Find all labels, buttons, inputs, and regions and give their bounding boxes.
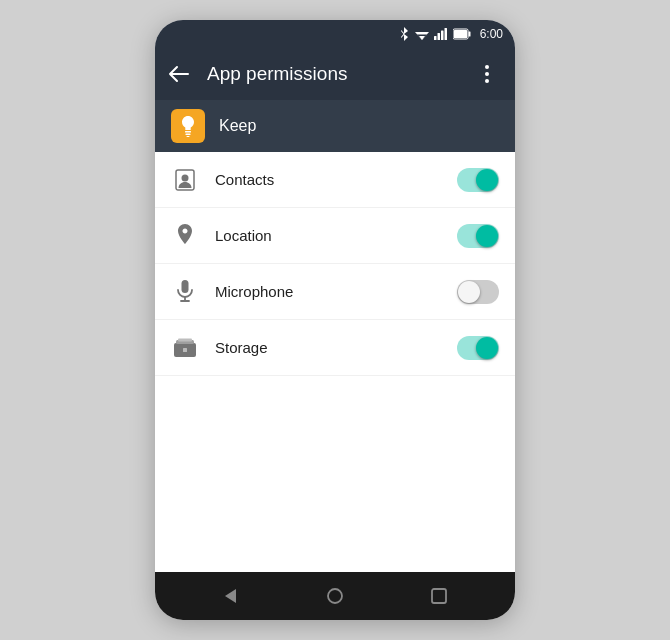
- svg-rect-11: [186, 134, 191, 136]
- microphone-toggle-thumb: [458, 281, 480, 303]
- storage-toggle[interactable]: [457, 336, 499, 360]
- app-header-row: Keep: [155, 100, 515, 152]
- contacts-icon: [171, 169, 199, 191]
- permission-item-storage: Storage: [155, 320, 515, 376]
- svg-rect-6: [444, 28, 447, 40]
- bluetooth-icon: [398, 27, 410, 41]
- svg-rect-3: [434, 36, 437, 40]
- permission-item-contacts: Contacts: [155, 152, 515, 208]
- svg-rect-9: [454, 30, 467, 38]
- storage-icon: [171, 338, 199, 358]
- permission-item-location: Location: [155, 208, 515, 264]
- app-icon: [171, 109, 205, 143]
- svg-rect-21: [183, 348, 187, 352]
- svg-rect-15: [182, 280, 189, 293]
- app-name-label: Keep: [219, 117, 256, 135]
- contacts-toggle[interactable]: [457, 168, 499, 192]
- back-triangle-icon: [222, 587, 240, 605]
- phone-frame: 6:00 App permissions: [155, 20, 515, 620]
- home-nav-button[interactable]: [315, 576, 355, 616]
- location-label: Location: [215, 227, 441, 244]
- location-icon: [171, 224, 199, 248]
- svg-rect-5: [441, 31, 444, 41]
- page-title: App permissions: [207, 63, 459, 85]
- svg-rect-24: [432, 589, 446, 603]
- back-button[interactable]: [159, 54, 199, 94]
- microphone-icon: [171, 280, 199, 304]
- home-circle-icon: [326, 587, 344, 605]
- status-bar: 6:00: [155, 20, 515, 48]
- back-nav-button[interactable]: [211, 576, 251, 616]
- back-arrow-icon: [168, 65, 190, 83]
- microphone-toggle[interactable]: [457, 280, 499, 304]
- permissions-list: Contacts Location: [155, 152, 515, 572]
- battery-icon: [453, 28, 471, 40]
- svg-point-14: [182, 174, 189, 181]
- microphone-label: Microphone: [215, 283, 441, 300]
- recents-square-icon: [431, 588, 447, 604]
- permission-item-microphone: Microphone: [155, 264, 515, 320]
- svg-marker-2: [419, 36, 425, 40]
- more-options-button[interactable]: [467, 54, 507, 94]
- location-toggle[interactable]: [457, 224, 499, 248]
- contacts-toggle-thumb: [476, 169, 498, 191]
- svg-rect-10: [185, 131, 191, 133]
- storage-toggle-thumb: [476, 337, 498, 359]
- recents-nav-button[interactable]: [419, 576, 459, 616]
- nav-bar: [155, 572, 515, 620]
- svg-point-23: [328, 589, 342, 603]
- app-bar: App permissions: [155, 48, 515, 100]
- svg-rect-20: [178, 338, 192, 341]
- lightbulb-icon: [178, 115, 198, 137]
- wifi-icon: [415, 28, 429, 40]
- svg-rect-4: [437, 33, 440, 40]
- more-dots-icon: [485, 65, 489, 83]
- contacts-label: Contacts: [215, 171, 441, 188]
- svg-rect-8: [468, 32, 470, 37]
- svg-marker-22: [225, 589, 236, 603]
- status-time: 6:00: [480, 27, 503, 41]
- storage-label: Storage: [215, 339, 441, 356]
- status-icons: 6:00: [398, 27, 503, 41]
- signal-icon: [434, 28, 448, 40]
- location-toggle-thumb: [476, 225, 498, 247]
- svg-rect-12: [187, 136, 190, 137]
